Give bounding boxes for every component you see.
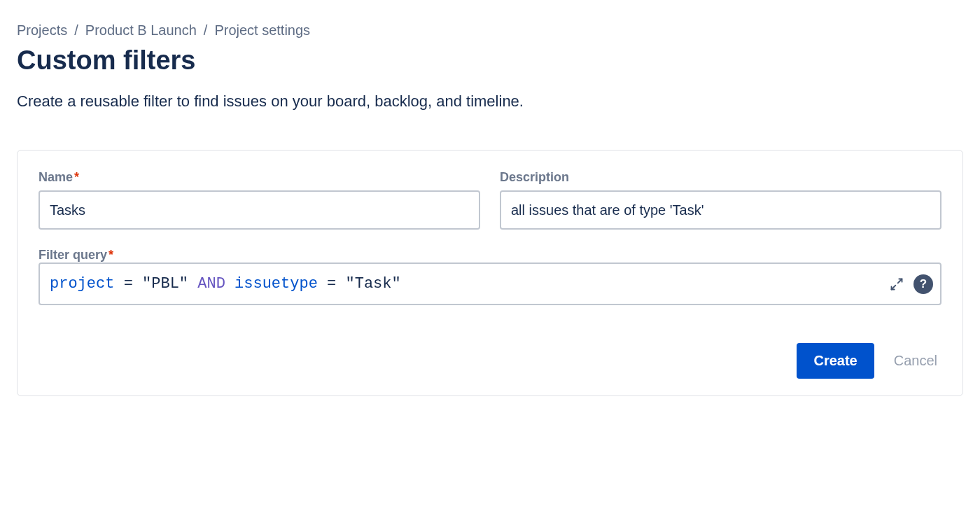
required-mark: * (74, 170, 79, 184)
page-description: Create a reusable filter to find issues … (17, 92, 963, 111)
jql-token-punct: = (327, 275, 336, 293)
name-label-text: Name (38, 170, 73, 184)
jql-token-str: "PBL" (142, 275, 188, 293)
breadcrumb-item-settings[interactable]: Project settings (214, 22, 310, 38)
jql-token-str: "Task" (346, 275, 401, 293)
cancel-button[interactable]: Cancel (890, 349, 941, 373)
description-label: Description (500, 170, 941, 185)
create-button[interactable]: Create (797, 343, 874, 379)
jql-token-op: AND (197, 275, 225, 293)
form-footer: Create Cancel (38, 343, 941, 379)
name-label: Name* (38, 170, 480, 185)
name-input[interactable] (38, 190, 480, 230)
breadcrumb-separator: / (74, 22, 78, 38)
filter-query-input[interactable]: project = "PBL" AND issuetype = "Task" (38, 262, 941, 305)
breadcrumb: Projects / Product B Launch / Project se… (17, 22, 963, 38)
filter-query-label: Filter query* (38, 248, 113, 262)
name-field-group: Name* (38, 170, 480, 230)
breadcrumb-separator: / (204, 22, 208, 38)
breadcrumb-item-projects[interactable]: Projects (17, 22, 67, 38)
help-icon[interactable]: ? (913, 274, 933, 294)
jql-token-field: issuetype (234, 275, 318, 293)
jql-token-field: project (50, 275, 114, 293)
page-title: Custom filters (17, 46, 963, 76)
expand-icon[interactable] (887, 274, 906, 294)
create-filter-panel: Name* Description Filter query* project … (17, 150, 963, 396)
description-input[interactable] (500, 190, 941, 230)
filter-query-label-text: Filter query (38, 248, 107, 262)
description-field-group: Description (500, 170, 941, 230)
jql-token-punct: = (124, 275, 133, 293)
breadcrumb-item-project[interactable]: Product B Launch (85, 22, 197, 38)
query-actions: ? (887, 274, 933, 294)
required-mark: * (108, 248, 113, 262)
